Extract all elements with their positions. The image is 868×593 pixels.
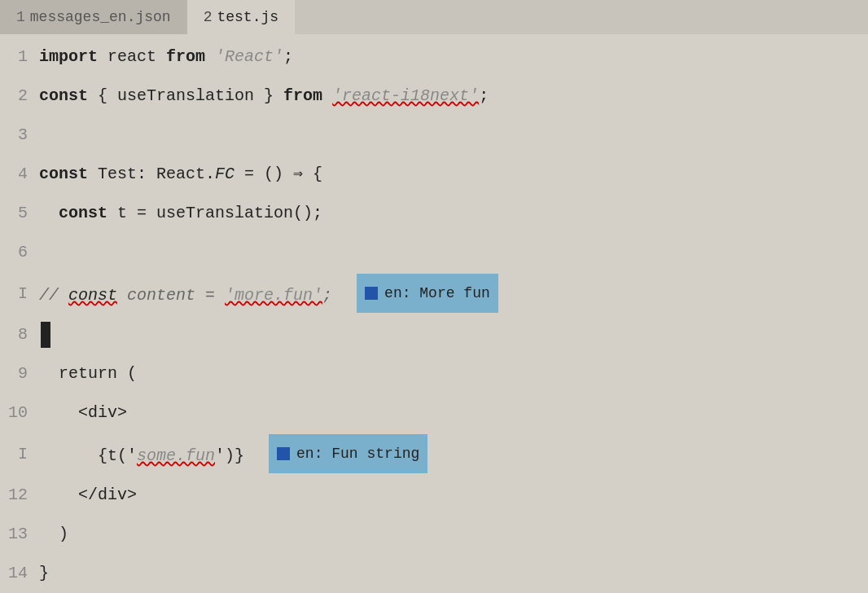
code-line-5: 5 const t = useTranslation(); (0, 194, 868, 233)
code-line-14: 14 } (0, 554, 868, 593)
code-line-9: 9 return ( (0, 354, 868, 393)
line-number-1: 1 (0, 39, 39, 75)
cursor (41, 322, 50, 348)
line-number-6: 6 (0, 235, 39, 270)
line-content-10: <div> (39, 395, 868, 431)
line-number-8: 8 (0, 317, 39, 353)
line-content-14: } (39, 556, 868, 591)
code-line-6: 6 (0, 233, 868, 272)
line-number-14: 14 (0, 556, 39, 591)
line-number-12: 12 (0, 477, 39, 513)
code-line-4: 4 const Test: React.FC = () ⇒ { (0, 155, 868, 194)
code-line-3: 3 (0, 116, 868, 155)
string-react: 'React' (215, 47, 283, 66)
editor: 1 messages_en.json 2 test.js 1 import re… (0, 0, 868, 593)
line-number-I-1: I (0, 276, 39, 312)
line-content-5: const t = useTranslation(); (39, 195, 868, 231)
tab-test-js[interactable]: 2 test.js (187, 0, 295, 34)
keyword-from-2: from (283, 86, 322, 105)
code-line-8: 8 (0, 315, 868, 354)
keyword-from-1: from (166, 47, 205, 66)
tab1-label: messages_en.json (30, 9, 171, 25)
line-content-6 (39, 235, 868, 270)
keyword-const-4: const (39, 165, 88, 183)
line-content-2: const { useTranslation } from 'react-i18… (39, 78, 868, 114)
code-line-2: 2 const { useTranslation } from 'react-i… (0, 77, 868, 116)
keyword-const-5: const (59, 204, 107, 222)
hint-badge-more-fun: en: More fun (357, 274, 498, 313)
hint-badge-fun-string: en: Fun string (269, 434, 427, 473)
line-content-I-2: {t('some.fun')}en: Fun string (39, 434, 868, 474)
tab-bar: 1 messages_en.json 2 test.js (0, 0, 868, 34)
line-number-10: 10 (0, 395, 39, 431)
line-content-3 (39, 117, 868, 153)
code-line-1: 1 import react from 'React'; (0, 37, 868, 77)
tab1-number: 1 (16, 9, 25, 25)
line-content-9: return ( (39, 356, 868, 392)
code-editor[interactable]: 1 import react from 'React'; 2 const { u… (0, 34, 868, 593)
tab2-label: test.js (217, 9, 278, 25)
tab2-number: 2 (204, 9, 213, 25)
string-react-i18next: 'react-i18next' (332, 86, 479, 105)
line-number-3: 3 (0, 117, 39, 153)
comment-str-more-fun: 'more.fun' (225, 286, 322, 305)
line-number-13: 13 (0, 516, 39, 552)
code-line-10: 10 <div> (0, 393, 868, 433)
line-number-2: 2 (0, 78, 39, 114)
code-line-13: 13 ) (0, 515, 868, 554)
hint-square-2 (277, 447, 290, 460)
code-line-I-2: I {t('some.fun')}en: Fun string (0, 433, 868, 476)
line-number-9: 9 (0, 356, 39, 392)
line-number-4: 4 (0, 156, 39, 192)
string-some-fun: some.fun (137, 446, 215, 465)
code-line-12: 12 </div> (0, 476, 868, 515)
line-number-I-2: I (0, 437, 39, 472)
keyword-const-2: const (39, 86, 88, 105)
line-content-4: const Test: React.FC = () ⇒ { (39, 156, 868, 192)
line-content-13: ) (39, 516, 868, 552)
line-content-I-1: // const content = 'more.fun';en: More f… (39, 274, 868, 314)
hint-square-1 (365, 287, 378, 300)
line-content-1: import react from 'React'; (39, 39, 868, 75)
comment-slash: // const content = 'more.fun'; (39, 286, 332, 305)
tab-messages-en[interactable]: 1 messages_en.json (0, 0, 187, 34)
code-line-I-1: I // const content = 'more.fun';en: More… (0, 272, 868, 315)
keyword-import: import (39, 47, 98, 66)
line-content-12: </div> (39, 477, 868, 513)
line-number-5: 5 (0, 195, 39, 231)
line-content-8 (39, 317, 868, 353)
